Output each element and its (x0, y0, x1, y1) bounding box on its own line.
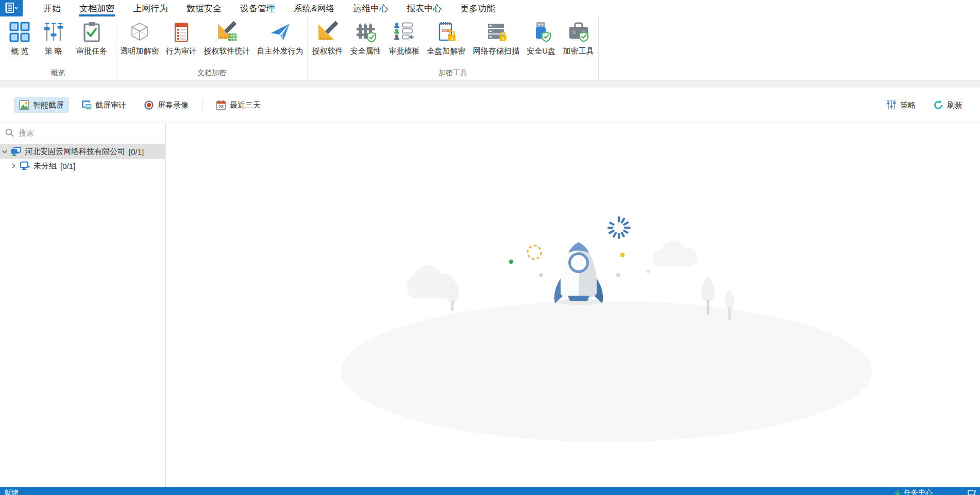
ribbon-item-label: 全盘加解密 (427, 46, 466, 56)
ribbon-item-label: 授权软件 (312, 46, 343, 56)
ribbon-item-authorized-software[interactable]: 授权软件 (309, 21, 346, 56)
ribbon-item-behavior-audit[interactable]: 行为审计 (163, 21, 200, 56)
clipboard-check-icon (81, 21, 103, 43)
ribbon-item-self-outgoing-behavior[interactable]: 自主外发行为 (254, 21, 307, 56)
ribbon-item-transparent-encryption[interactable]: 透明加解密 (117, 21, 162, 56)
toolbar-button-label: 屏幕录像 (158, 100, 189, 110)
sliders-icon (43, 21, 64, 43)
ribbon-item-label: 加密工具 (563, 46, 594, 56)
refresh-icon (933, 100, 943, 110)
menu-bar: 开始 文档加密 上网行为 数据安全 设备管理 系统&网络 运维中心 报表中心 更… (0, 0, 980, 16)
ribbon-item-authorized-software-stats[interactable]: 授权软件统计 (200, 21, 253, 56)
status-bar: 就绪 任务中心 (0, 487, 980, 495)
status-bar-right: 任务中心 (894, 488, 976, 495)
main-panel (166, 123, 980, 487)
ribbon-item-label: 行为审计 (166, 46, 197, 56)
ribbon-item-label: 安全U盘 (527, 46, 555, 56)
ribbon-item-approval-tasks[interactable]: 审批任务 (73, 21, 110, 56)
green-dot (509, 260, 513, 264)
toolbar-separator (202, 99, 202, 111)
tab-system-network[interactable]: 系统&网络 (293, 0, 335, 16)
tree-node-count: [0/1] (60, 162, 75, 170)
ribbon-item-security-attributes[interactable]: 安全属性 (347, 21, 384, 56)
app-menu-button[interactable] (0, 0, 23, 16)
ribbon-group-encryption-tools: 授权软件 安全属性 (308, 16, 599, 80)
ribbon-item-label: 网络存储扫描 (473, 46, 519, 56)
tab-more-features[interactable]: 更多功能 (460, 0, 496, 16)
ribbon-item-encryption-tools[interactable]: 加密工具 (560, 21, 597, 56)
ribbon-item-label: 授权软件统计 (204, 46, 250, 56)
toolbar-button-label: 刷新 (947, 100, 962, 110)
ribbon-item-overview[interactable]: 概 览 (6, 21, 33, 56)
search-icon (5, 128, 14, 137)
calendar-icon: 23 (216, 100, 226, 110)
ribbon-item-network-storage-scan[interactable]: 1 网络存储扫描 (470, 21, 522, 56)
download-arrow-icon (894, 489, 901, 495)
tree-row-company[interactable]: 河北安固云网络科技有限公司 [0/1] (0, 144, 165, 159)
spinner-burst (609, 217, 630, 238)
approval-template-icon (393, 21, 415, 43)
chevron-down-icon[interactable] (2, 148, 8, 155)
ribbon-item-policy[interactable]: 策 略 (40, 21, 67, 56)
server-lock-icon: 1 (485, 21, 507, 43)
search-box (0, 125, 165, 141)
overview-grid-icon (9, 21, 30, 43)
ribbon-item-secure-usb[interactable]: 安全U盘 (523, 21, 559, 56)
company-computers-icon (10, 146, 22, 157)
ribbon-group-label: 文档加密 (116, 69, 307, 80)
ribbon-item-approval-template[interactable]: 审批模板 (385, 21, 423, 56)
ribbon-group-overview: 概 览 策 略 (0, 16, 116, 80)
picture-icon (19, 100, 29, 110)
ruler-pencil-table-icon (216, 21, 238, 43)
tree-row-ungrouped[interactable]: 未分组 [0/1] (0, 159, 165, 173)
tree-node-label: 河北安固云网络科技有限公司 (25, 147, 125, 157)
ribbon-item-label: 审批任务 (76, 46, 107, 56)
tree-node-count: [0/1] (129, 147, 144, 156)
ribbon-group-label: 概览 (0, 69, 116, 80)
ribbon-group-label: 加密工具 (308, 69, 598, 80)
ribbon-item-label: 审批模板 (388, 46, 419, 56)
ribbon-item-label: 自主外发行为 (257, 46, 303, 56)
orange-dashed-circle (528, 246, 541, 259)
status-ready-text: 就绪 (4, 488, 19, 495)
cloud-right (652, 241, 697, 266)
ssd-lock-icon: SSD 1 (435, 21, 457, 43)
tab-doc-encryption[interactable]: 文档加密 (79, 0, 115, 16)
ribbon-item-full-disk-encryption[interactable]: SSD 1 全盘加解密 (424, 21, 469, 56)
screen-recording-button[interactable]: 屏幕录像 (139, 97, 194, 113)
tab-data-security[interactable]: 数据安全 (186, 0, 222, 16)
task-center-button[interactable]: 任务中心 (894, 488, 933, 495)
paper-plane-icon (269, 21, 291, 43)
chevron-right-icon[interactable] (10, 163, 16, 169)
group-computer-icon (19, 161, 30, 171)
empty-state-illustration (166, 123, 979, 487)
smart-screenshot-button[interactable]: 智能截屏 (14, 97, 69, 113)
content-area: 河北安固云网络科技有限公司 [0/1] 未分组 [0/1] (0, 123, 980, 487)
briefcase-shield-icon (568, 21, 589, 43)
secondary-toolbar: 智能截屏 截屏审计 屏幕录像 23 (0, 88, 980, 123)
policy-button[interactable]: 策略 (881, 97, 921, 113)
last-three-days-button[interactable]: 23 最近三天 (211, 97, 266, 113)
svg-text:23: 23 (218, 104, 224, 109)
tab-ops-center[interactable]: 运维中心 (352, 0, 388, 16)
monitor-icon[interactable] (968, 490, 976, 495)
screenshot-audit-button[interactable]: 截屏审计 (76, 97, 131, 113)
sliders-icon (886, 100, 897, 110)
device-tree-sidebar: 河北安固云网络科技有限公司 [0/1] 未分组 [0/1] (0, 123, 166, 487)
tab-report-center[interactable]: 报表中心 (406, 0, 442, 16)
toolbar-button-label: 智能截屏 (33, 100, 64, 110)
tab-device-management[interactable]: 设备管理 (240, 0, 276, 16)
document-list-icon (4, 3, 19, 14)
tab-web-behavior[interactable]: 上网行为 (132, 0, 168, 16)
application-window: 开始 文档加密 上网行为 数据安全 设备管理 系统&网络 运维中心 报表中心 更… (0, 0, 980, 495)
tab-start[interactable]: 开始 (43, 0, 61, 16)
refresh-button[interactable]: 刷新 (928, 97, 968, 113)
record-icon (144, 100, 154, 110)
rocket (554, 242, 603, 305)
toolbar-button-label: 最近三天 (230, 100, 261, 110)
cube-icon (129, 21, 150, 43)
svg-text:1: 1 (502, 36, 504, 41)
svg-text:1: 1 (451, 36, 453, 41)
search-input[interactable] (19, 128, 142, 137)
toolbar-button-label: 截屏审计 (95, 100, 126, 110)
